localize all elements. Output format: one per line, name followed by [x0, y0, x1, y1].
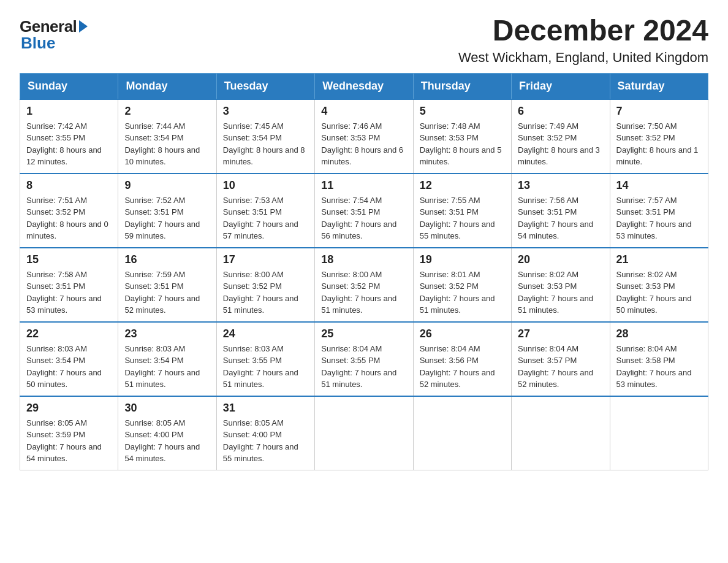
day-number: 18 — [321, 253, 406, 266]
day-info: Sunrise: 7:45 AMSunset: 3:54 PMDaylight:… — [223, 120, 308, 168]
day-number: 23 — [124, 327, 210, 340]
day-info: Sunrise: 8:02 AMSunset: 3:53 PMDaylight:… — [518, 269, 603, 316]
day-info: Sunrise: 8:05 AMSunset: 4:00 PMDaylight:… — [223, 417, 308, 465]
page-header: General Blue December 2024 West Wickham,… — [20, 15, 708, 66]
day-info: Sunrise: 8:03 AMSunset: 3:54 PMDaylight:… — [124, 343, 210, 391]
day-info: Sunrise: 7:52 AMSunset: 3:51 PMDaylight:… — [124, 194, 210, 242]
day-info: Sunrise: 8:05 AMSunset: 3:59 PMDaylight:… — [26, 417, 112, 465]
calendar-header-saturday: Saturday — [610, 73, 708, 99]
calendar-cell: 5Sunrise: 7:48 AMSunset: 3:53 PMDaylight… — [413, 99, 511, 174]
day-info: Sunrise: 8:03 AMSunset: 3:54 PMDaylight:… — [26, 343, 112, 391]
calendar-cell: 6Sunrise: 7:49 AMSunset: 3:52 PMDaylight… — [512, 99, 610, 174]
day-info: Sunrise: 7:44 AMSunset: 3:54 PMDaylight:… — [124, 120, 210, 168]
calendar-cell: 11Sunrise: 7:54 AMSunset: 3:51 PMDayligh… — [315, 174, 413, 248]
day-number: 2 — [124, 105, 210, 118]
day-number: 21 — [616, 253, 702, 266]
calendar-cell: 7Sunrise: 7:50 AMSunset: 3:52 PMDaylight… — [610, 99, 708, 174]
calendar-cell — [512, 396, 610, 470]
day-number: 15 — [26, 253, 112, 266]
calendar-header-sunday: Sunday — [20, 73, 118, 99]
day-number: 20 — [518, 253, 603, 266]
day-info: Sunrise: 8:00 AMSunset: 3:52 PMDaylight:… — [223, 269, 308, 316]
calendar-header-thursday: Thursday — [413, 73, 511, 99]
day-info: Sunrise: 7:56 AMSunset: 3:51 PMDaylight:… — [518, 194, 603, 242]
calendar-cell: 21Sunrise: 8:02 AMSunset: 3:53 PMDayligh… — [610, 248, 708, 322]
calendar-week-row: 22Sunrise: 8:03 AMSunset: 3:54 PMDayligh… — [20, 322, 708, 396]
calendar-header-friday: Friday — [512, 73, 610, 99]
day-info: Sunrise: 8:02 AMSunset: 3:53 PMDaylight:… — [616, 269, 702, 316]
calendar-header-tuesday: Tuesday — [216, 73, 314, 99]
day-info: Sunrise: 7:50 AMSunset: 3:52 PMDaylight:… — [616, 120, 702, 168]
calendar-header-monday: Monday — [118, 73, 216, 99]
day-info: Sunrise: 7:55 AMSunset: 3:51 PMDaylight:… — [420, 194, 505, 242]
calendar-cell: 25Sunrise: 8:04 AMSunset: 3:55 PMDayligh… — [315, 322, 413, 396]
day-number: 24 — [223, 327, 308, 340]
calendar-week-row: 8Sunrise: 7:51 AMSunset: 3:52 PMDaylight… — [20, 174, 708, 248]
day-number: 8 — [26, 179, 112, 192]
calendar-cell: 27Sunrise: 8:04 AMSunset: 3:57 PMDayligh… — [512, 322, 610, 396]
calendar-cell: 17Sunrise: 8:00 AMSunset: 3:52 PMDayligh… — [216, 248, 314, 322]
day-number: 28 — [616, 327, 702, 340]
day-number: 10 — [223, 179, 308, 192]
day-info: Sunrise: 8:05 AMSunset: 4:00 PMDaylight:… — [124, 417, 210, 465]
day-info: Sunrise: 7:51 AMSunset: 3:52 PMDaylight:… — [26, 194, 112, 242]
calendar-cell: 14Sunrise: 7:57 AMSunset: 3:51 PMDayligh… — [610, 174, 708, 248]
calendar-cell: 19Sunrise: 8:01 AMSunset: 3:52 PMDayligh… — [413, 248, 511, 322]
day-info: Sunrise: 7:57 AMSunset: 3:51 PMDaylight:… — [616, 194, 702, 242]
day-number: 12 — [420, 179, 505, 192]
calendar-cell: 22Sunrise: 8:03 AMSunset: 3:54 PMDayligh… — [20, 322, 118, 396]
day-info: Sunrise: 8:04 AMSunset: 3:58 PMDaylight:… — [616, 343, 702, 391]
logo: General Blue — [20, 17, 88, 53]
day-number: 5 — [420, 105, 505, 118]
day-number: 9 — [124, 179, 210, 192]
day-number: 17 — [223, 253, 308, 266]
day-info: Sunrise: 8:04 AMSunset: 3:56 PMDaylight:… — [420, 343, 505, 391]
calendar-cell: 20Sunrise: 8:02 AMSunset: 3:53 PMDayligh… — [512, 248, 610, 322]
day-number: 19 — [420, 253, 505, 266]
day-number: 29 — [26, 402, 112, 415]
calendar-cell: 10Sunrise: 7:53 AMSunset: 3:51 PMDayligh… — [216, 174, 314, 248]
day-number: 14 — [616, 179, 702, 192]
calendar-cell: 18Sunrise: 8:00 AMSunset: 3:52 PMDayligh… — [315, 248, 413, 322]
calendar-cell: 3Sunrise: 7:45 AMSunset: 3:54 PMDaylight… — [216, 99, 314, 174]
logo-arrow-icon — [79, 20, 88, 33]
calendar-week-row: 15Sunrise: 7:58 AMSunset: 3:51 PMDayligh… — [20, 248, 708, 322]
day-info: Sunrise: 8:04 AMSunset: 3:55 PMDaylight:… — [321, 343, 406, 391]
day-info: Sunrise: 8:04 AMSunset: 3:57 PMDaylight:… — [518, 343, 603, 391]
day-number: 7 — [616, 105, 702, 118]
day-info: Sunrise: 7:48 AMSunset: 3:53 PMDaylight:… — [420, 120, 505, 168]
subtitle: West Wickham, England, United Kingdom — [458, 50, 708, 66]
day-number: 1 — [26, 105, 112, 118]
day-info: Sunrise: 7:49 AMSunset: 3:52 PMDaylight:… — [518, 120, 603, 168]
title-block: December 2024 West Wickham, England, Uni… — [458, 15, 708, 66]
day-info: Sunrise: 7:42 AMSunset: 3:55 PMDaylight:… — [26, 120, 112, 168]
logo-blue-text: Blue — [21, 34, 55, 53]
calendar-cell: 12Sunrise: 7:55 AMSunset: 3:51 PMDayligh… — [413, 174, 511, 248]
day-info: Sunrise: 7:53 AMSunset: 3:51 PMDaylight:… — [223, 194, 308, 242]
day-number: 3 — [223, 105, 308, 118]
day-info: Sunrise: 7:46 AMSunset: 3:53 PMDaylight:… — [321, 120, 406, 168]
day-number: 4 — [321, 105, 406, 118]
day-number: 16 — [124, 253, 210, 266]
calendar-cell: 30Sunrise: 8:05 AMSunset: 4:00 PMDayligh… — [118, 396, 216, 470]
day-number: 13 — [518, 179, 603, 192]
day-info: Sunrise: 8:01 AMSunset: 3:52 PMDaylight:… — [420, 269, 505, 316]
calendar-cell: 9Sunrise: 7:52 AMSunset: 3:51 PMDaylight… — [118, 174, 216, 248]
day-info: Sunrise: 8:00 AMSunset: 3:52 PMDaylight:… — [321, 269, 406, 316]
calendar-cell: 26Sunrise: 8:04 AMSunset: 3:56 PMDayligh… — [413, 322, 511, 396]
calendar-header-wednesday: Wednesday — [315, 73, 413, 99]
day-number: 26 — [420, 327, 505, 340]
day-number: 27 — [518, 327, 603, 340]
calendar-cell: 29Sunrise: 8:05 AMSunset: 3:59 PMDayligh… — [20, 396, 118, 470]
day-number: 11 — [321, 179, 406, 192]
calendar-cell: 8Sunrise: 7:51 AMSunset: 3:52 PMDaylight… — [20, 174, 118, 248]
calendar-cell: 13Sunrise: 7:56 AMSunset: 3:51 PMDayligh… — [512, 174, 610, 248]
calendar-header-row: SundayMondayTuesdayWednesdayThursdayFrid… — [20, 73, 708, 99]
calendar-week-row: 29Sunrise: 8:05 AMSunset: 3:59 PMDayligh… — [20, 396, 708, 470]
calendar-cell — [610, 396, 708, 470]
calendar-cell: 28Sunrise: 8:04 AMSunset: 3:58 PMDayligh… — [610, 322, 708, 396]
calendar-cell: 31Sunrise: 8:05 AMSunset: 4:00 PMDayligh… — [216, 396, 314, 470]
calendar-cell — [315, 396, 413, 470]
day-info: Sunrise: 8:03 AMSunset: 3:55 PMDaylight:… — [223, 343, 308, 391]
day-info: Sunrise: 7:54 AMSunset: 3:51 PMDaylight:… — [321, 194, 406, 242]
